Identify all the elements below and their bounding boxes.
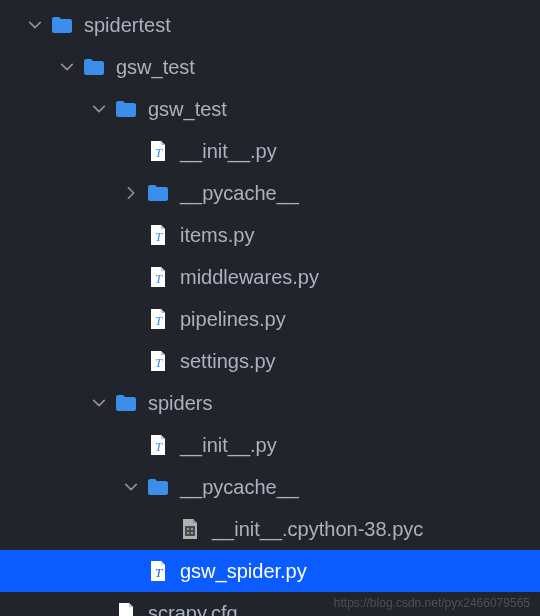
tree-item-label: gsw_test [148, 98, 227, 121]
tree-row-pycache1[interactable]: __pycache__ [0, 172, 540, 214]
tree-row-gsw_test_inner[interactable]: gsw_test [0, 88, 540, 130]
folder-icon [50, 13, 74, 37]
file-tree: spidertestgsw_testgsw_test__init__.py__p… [0, 0, 540, 616]
chevron-placeholder [120, 140, 142, 162]
chevron-down-icon[interactable] [56, 56, 78, 78]
folder-icon [82, 55, 106, 79]
python-file-icon [146, 349, 170, 373]
chevron-placeholder [120, 350, 142, 372]
tree-item-label: settings.py [180, 350, 276, 373]
tree-row-items[interactable]: items.py [0, 214, 540, 256]
chevron-down-icon[interactable] [24, 14, 46, 36]
tree-item-label: gsw_test [116, 56, 195, 79]
python-file-icon [146, 139, 170, 163]
tree-row-settings[interactable]: settings.py [0, 340, 540, 382]
watermark-text: https://blog.csdn.net/pyx2466079565 [334, 596, 530, 610]
tree-item-label: __init__.py [180, 140, 277, 163]
folder-icon [114, 97, 138, 121]
tree-item-label: middlewares.py [180, 266, 319, 289]
tree-row-init1[interactable]: __init__.py [0, 130, 540, 172]
chevron-right-icon[interactable] [120, 182, 142, 204]
binary-file-icon [178, 517, 202, 541]
python-file-icon [146, 307, 170, 331]
tree-row-init2[interactable]: __init__.py [0, 424, 540, 466]
chevron-placeholder [88, 602, 110, 616]
tree-item-label: __init__.cpython-38.pyc [212, 518, 423, 541]
chevron-placeholder [152, 518, 174, 540]
file-icon [114, 601, 138, 616]
python-file-icon [146, 223, 170, 247]
tree-item-label: scrapy.cfg [148, 602, 238, 617]
tree-row-initcpython[interactable]: __init__.cpython-38.pyc [0, 508, 540, 550]
folder-icon [146, 475, 170, 499]
chevron-down-icon[interactable] [88, 392, 110, 414]
chevron-down-icon[interactable] [120, 476, 142, 498]
tree-item-label: spidertest [84, 14, 171, 37]
tree-row-spiders[interactable]: spiders [0, 382, 540, 424]
folder-icon [114, 391, 138, 415]
tree-item-label: pipelines.py [180, 308, 286, 331]
tree-item-label: spiders [148, 392, 212, 415]
chevron-placeholder [120, 560, 142, 582]
chevron-placeholder [120, 308, 142, 330]
tree-row-spidertest[interactable]: spidertest [0, 4, 540, 46]
tree-item-label: items.py [180, 224, 254, 247]
python-file-icon [146, 265, 170, 289]
tree-row-pipelines[interactable]: pipelines.py [0, 298, 540, 340]
python-file-icon [146, 433, 170, 457]
tree-item-label: __pycache__ [180, 182, 299, 205]
chevron-placeholder [120, 434, 142, 456]
tree-item-label: __pycache__ [180, 476, 299, 499]
chevron-placeholder [120, 224, 142, 246]
tree-row-middlewares[interactable]: middlewares.py [0, 256, 540, 298]
folder-icon [146, 181, 170, 205]
chevron-placeholder [120, 266, 142, 288]
python-file-icon [146, 559, 170, 583]
tree-item-label: gsw_spider.py [180, 560, 307, 583]
tree-item-label: __init__.py [180, 434, 277, 457]
tree-row-gsw_test_outer[interactable]: gsw_test [0, 46, 540, 88]
chevron-down-icon[interactable] [88, 98, 110, 120]
tree-row-pycache2[interactable]: __pycache__ [0, 466, 540, 508]
tree-row-gsw_spider[interactable]: gsw_spider.py [0, 550, 540, 592]
